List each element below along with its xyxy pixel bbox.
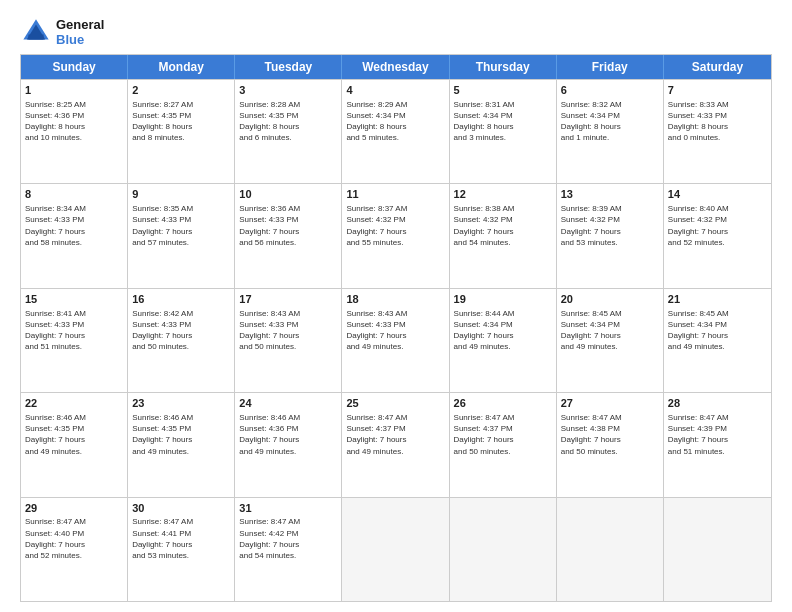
- day-number: 5: [454, 83, 552, 98]
- day-number: 28: [668, 396, 767, 411]
- day-number: 9: [132, 187, 230, 202]
- header-day-thursday: Thursday: [450, 55, 557, 79]
- day-cell-31: 31Sunrise: 8:47 AM Sunset: 4:42 PM Dayli…: [235, 498, 342, 601]
- day-number: 23: [132, 396, 230, 411]
- day-number: 30: [132, 501, 230, 516]
- day-info: Sunrise: 8:31 AM Sunset: 4:34 PM Dayligh…: [454, 99, 552, 144]
- day-cell-22: 22Sunrise: 8:46 AM Sunset: 4:35 PM Dayli…: [21, 393, 128, 496]
- empty-cell: [664, 498, 771, 601]
- day-number: 21: [668, 292, 767, 307]
- logo: General Blue: [20, 16, 104, 48]
- day-number: 29: [25, 501, 123, 516]
- day-info: Sunrise: 8:37 AM Sunset: 4:32 PM Dayligh…: [346, 203, 444, 248]
- day-number: 20: [561, 292, 659, 307]
- day-number: 14: [668, 187, 767, 202]
- day-info: Sunrise: 8:47 AM Sunset: 4:37 PM Dayligh…: [454, 412, 552, 457]
- day-number: 24: [239, 396, 337, 411]
- day-number: 11: [346, 187, 444, 202]
- day-cell-3: 3Sunrise: 8:28 AM Sunset: 4:35 PM Daylig…: [235, 80, 342, 183]
- day-info: Sunrise: 8:45 AM Sunset: 4:34 PM Dayligh…: [668, 308, 767, 353]
- day-cell-14: 14Sunrise: 8:40 AM Sunset: 4:32 PM Dayli…: [664, 184, 771, 287]
- day-cell-11: 11Sunrise: 8:37 AM Sunset: 4:32 PM Dayli…: [342, 184, 449, 287]
- day-info: Sunrise: 8:34 AM Sunset: 4:33 PM Dayligh…: [25, 203, 123, 248]
- day-number: 15: [25, 292, 123, 307]
- day-cell-1: 1Sunrise: 8:25 AM Sunset: 4:36 PM Daylig…: [21, 80, 128, 183]
- day-number: 8: [25, 187, 123, 202]
- day-number: 31: [239, 501, 337, 516]
- day-info: Sunrise: 8:32 AM Sunset: 4:34 PM Dayligh…: [561, 99, 659, 144]
- week-row-4: 29Sunrise: 8:47 AM Sunset: 4:40 PM Dayli…: [21, 497, 771, 601]
- header-day-tuesday: Tuesday: [235, 55, 342, 79]
- day-info: Sunrise: 8:46 AM Sunset: 4:35 PM Dayligh…: [25, 412, 123, 457]
- day-info: Sunrise: 8:27 AM Sunset: 4:35 PM Dayligh…: [132, 99, 230, 144]
- day-cell-19: 19Sunrise: 8:44 AM Sunset: 4:34 PM Dayli…: [450, 289, 557, 392]
- day-cell-23: 23Sunrise: 8:46 AM Sunset: 4:35 PM Dayli…: [128, 393, 235, 496]
- day-info: Sunrise: 8:42 AM Sunset: 4:33 PM Dayligh…: [132, 308, 230, 353]
- day-number: 25: [346, 396, 444, 411]
- day-cell-6: 6Sunrise: 8:32 AM Sunset: 4:34 PM Daylig…: [557, 80, 664, 183]
- day-number: 27: [561, 396, 659, 411]
- day-info: Sunrise: 8:35 AM Sunset: 4:33 PM Dayligh…: [132, 203, 230, 248]
- day-number: 16: [132, 292, 230, 307]
- empty-cell: [450, 498, 557, 601]
- day-cell-21: 21Sunrise: 8:45 AM Sunset: 4:34 PM Dayli…: [664, 289, 771, 392]
- day-cell-17: 17Sunrise: 8:43 AM Sunset: 4:33 PM Dayli…: [235, 289, 342, 392]
- day-cell-9: 9Sunrise: 8:35 AM Sunset: 4:33 PM Daylig…: [128, 184, 235, 287]
- day-cell-10: 10Sunrise: 8:36 AM Sunset: 4:33 PM Dayli…: [235, 184, 342, 287]
- day-info: Sunrise: 8:46 AM Sunset: 4:35 PM Dayligh…: [132, 412, 230, 457]
- week-row-2: 15Sunrise: 8:41 AM Sunset: 4:33 PM Dayli…: [21, 288, 771, 392]
- day-info: Sunrise: 8:44 AM Sunset: 4:34 PM Dayligh…: [454, 308, 552, 353]
- logo-text: General Blue: [56, 17, 104, 47]
- header-day-sunday: Sunday: [21, 55, 128, 79]
- day-cell-20: 20Sunrise: 8:45 AM Sunset: 4:34 PM Dayli…: [557, 289, 664, 392]
- logo-icon: [20, 16, 52, 48]
- day-number: 10: [239, 187, 337, 202]
- calendar: SundayMondayTuesdayWednesdayThursdayFrid…: [20, 54, 772, 602]
- day-info: Sunrise: 8:43 AM Sunset: 4:33 PM Dayligh…: [239, 308, 337, 353]
- day-cell-18: 18Sunrise: 8:43 AM Sunset: 4:33 PM Dayli…: [342, 289, 449, 392]
- day-info: Sunrise: 8:47 AM Sunset: 4:39 PM Dayligh…: [668, 412, 767, 457]
- week-row-3: 22Sunrise: 8:46 AM Sunset: 4:35 PM Dayli…: [21, 392, 771, 496]
- day-cell-25: 25Sunrise: 8:47 AM Sunset: 4:37 PM Dayli…: [342, 393, 449, 496]
- day-info: Sunrise: 8:28 AM Sunset: 4:35 PM Dayligh…: [239, 99, 337, 144]
- day-cell-15: 15Sunrise: 8:41 AM Sunset: 4:33 PM Dayli…: [21, 289, 128, 392]
- day-info: Sunrise: 8:45 AM Sunset: 4:34 PM Dayligh…: [561, 308, 659, 353]
- day-number: 4: [346, 83, 444, 98]
- day-number: 12: [454, 187, 552, 202]
- day-info: Sunrise: 8:46 AM Sunset: 4:36 PM Dayligh…: [239, 412, 337, 457]
- header-day-monday: Monday: [128, 55, 235, 79]
- day-info: Sunrise: 8:41 AM Sunset: 4:33 PM Dayligh…: [25, 308, 123, 353]
- day-info: Sunrise: 8:47 AM Sunset: 4:38 PM Dayligh…: [561, 412, 659, 457]
- svg-rect-2: [28, 35, 43, 40]
- empty-cell: [342, 498, 449, 601]
- header-day-friday: Friday: [557, 55, 664, 79]
- day-info: Sunrise: 8:47 AM Sunset: 4:40 PM Dayligh…: [25, 516, 123, 561]
- header: General Blue: [20, 16, 772, 48]
- day-number: 1: [25, 83, 123, 98]
- day-number: 17: [239, 292, 337, 307]
- calendar-body: 1Sunrise: 8:25 AM Sunset: 4:36 PM Daylig…: [21, 79, 771, 601]
- day-number: 19: [454, 292, 552, 307]
- day-cell-7: 7Sunrise: 8:33 AM Sunset: 4:33 PM Daylig…: [664, 80, 771, 183]
- day-info: Sunrise: 8:43 AM Sunset: 4:33 PM Dayligh…: [346, 308, 444, 353]
- day-cell-8: 8Sunrise: 8:34 AM Sunset: 4:33 PM Daylig…: [21, 184, 128, 287]
- day-info: Sunrise: 8:47 AM Sunset: 4:41 PM Dayligh…: [132, 516, 230, 561]
- week-row-1: 8Sunrise: 8:34 AM Sunset: 4:33 PM Daylig…: [21, 183, 771, 287]
- day-cell-28: 28Sunrise: 8:47 AM Sunset: 4:39 PM Dayli…: [664, 393, 771, 496]
- page: General Blue SundayMondayTuesdayWednesda…: [0, 0, 792, 612]
- day-info: Sunrise: 8:39 AM Sunset: 4:32 PM Dayligh…: [561, 203, 659, 248]
- day-number: 22: [25, 396, 123, 411]
- header-day-saturday: Saturday: [664, 55, 771, 79]
- day-cell-13: 13Sunrise: 8:39 AM Sunset: 4:32 PM Dayli…: [557, 184, 664, 287]
- day-cell-4: 4Sunrise: 8:29 AM Sunset: 4:34 PM Daylig…: [342, 80, 449, 183]
- day-cell-24: 24Sunrise: 8:46 AM Sunset: 4:36 PM Dayli…: [235, 393, 342, 496]
- day-info: Sunrise: 8:40 AM Sunset: 4:32 PM Dayligh…: [668, 203, 767, 248]
- day-number: 26: [454, 396, 552, 411]
- day-number: 18: [346, 292, 444, 307]
- day-cell-30: 30Sunrise: 8:47 AM Sunset: 4:41 PM Dayli…: [128, 498, 235, 601]
- day-number: 13: [561, 187, 659, 202]
- day-info: Sunrise: 8:33 AM Sunset: 4:33 PM Dayligh…: [668, 99, 767, 144]
- header-day-wednesday: Wednesday: [342, 55, 449, 79]
- day-info: Sunrise: 8:29 AM Sunset: 4:34 PM Dayligh…: [346, 99, 444, 144]
- day-number: 7: [668, 83, 767, 98]
